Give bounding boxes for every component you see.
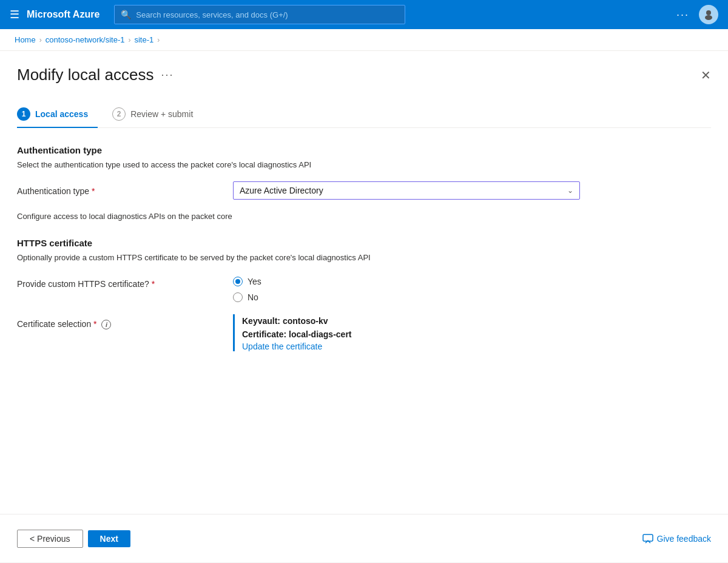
radio-no-label: No xyxy=(248,292,258,302)
breadcrumb-site[interactable]: site-1 xyxy=(134,35,153,44)
cert-keyvault-line: Keyvault: contoso-kv xyxy=(242,314,352,328)
previous-button[interactable]: < Previous xyxy=(17,530,83,548)
radio-no-circle xyxy=(233,292,243,302)
page-title-row: Modify local access ··· ✕ xyxy=(17,66,711,84)
search-icon: 🔍 xyxy=(121,10,131,19)
access-config-desc: Configure access to local diagnostics AP… xyxy=(17,212,711,221)
radio-yes-circle xyxy=(233,277,243,286)
auth-type-label: Authentication type * xyxy=(17,181,223,196)
cert-selection-row: Certificate selection * i Keyvault: cont… xyxy=(17,314,711,351)
cert-selection-required: * xyxy=(93,319,96,329)
bottom-bar: < Previous Next Give feedback xyxy=(0,514,728,562)
avatar[interactable] xyxy=(699,5,718,24)
radio-yes-label: Yes xyxy=(248,277,261,286)
auth-type-dropdown[interactable]: Azure Active Directory ⌄ xyxy=(233,181,580,200)
tab-review-submit[interactable]: 2 Review + submit xyxy=(112,101,203,128)
tabs: 1 Local access 2 Review + submit xyxy=(17,101,711,128)
page-title-dots[interactable]: ··· xyxy=(161,69,174,81)
svg-point-1 xyxy=(705,15,712,20)
tab-label-1: Local access xyxy=(35,109,88,119)
https-cert-radio-group: Yes No xyxy=(233,274,261,302)
auth-section-desc: Select the authentication type used to a… xyxy=(17,160,711,169)
breadcrumb-sep-2: › xyxy=(128,36,130,44)
tab-local-access[interactable]: 1 Local access xyxy=(17,101,98,128)
breadcrumb-home[interactable]: Home xyxy=(15,35,36,44)
page-title-left: Modify local access ··· xyxy=(17,66,174,84)
tab-number-2: 2 xyxy=(112,107,126,121)
app-logo: Microsoft Azure xyxy=(27,9,99,20)
tab-label-2: Review + submit xyxy=(130,109,193,119)
https-cert-required: * xyxy=(152,279,155,289)
cert-certificate-line: Certificate: local-diags-cert xyxy=(242,328,352,341)
feedback-icon xyxy=(642,533,653,544)
https-cert-row: Provide custom HTTPS certificate? * Yes … xyxy=(17,274,711,302)
cert-block: Keyvault: contoso-kv Certificate: local-… xyxy=(233,314,352,351)
search-bar[interactable]: 🔍 xyxy=(114,5,405,24)
https-cert-label: Provide custom HTTPS certificate? * xyxy=(17,274,223,289)
close-icon[interactable]: ✕ xyxy=(701,68,711,83)
auth-type-required: * xyxy=(92,186,95,196)
next-button[interactable]: Next xyxy=(88,530,130,547)
update-certificate-link[interactable]: Update the certificate xyxy=(242,342,322,351)
menu-icon[interactable]: ☰ xyxy=(10,8,19,21)
topbar-right: ··· xyxy=(676,5,718,24)
auth-section-title: Authentication type xyxy=(17,145,711,155)
main-content: Modify local access ··· ✕ 1 Local access… xyxy=(0,51,728,514)
search-input[interactable] xyxy=(136,10,399,19)
chevron-down-icon: ⌄ xyxy=(567,186,573,195)
feedback-label: Give feedback xyxy=(657,534,712,544)
breadcrumb-sep-1: › xyxy=(39,36,42,44)
breadcrumb-network[interactable]: contoso-network/site-1 xyxy=(46,35,125,44)
auth-type-row: Authentication type * Azure Active Direc… xyxy=(17,181,711,200)
give-feedback-button[interactable]: Give feedback xyxy=(642,533,712,544)
https-section-title: HTTPS certificate xyxy=(17,238,711,248)
tab-number-1: 1 xyxy=(17,107,30,121)
svg-point-0 xyxy=(706,10,711,15)
authentication-type-section: Authentication type Select the authentic… xyxy=(17,145,711,221)
radio-no[interactable]: No xyxy=(233,292,261,302)
breadcrumb-sep-3: › xyxy=(157,36,160,44)
https-section-desc: Optionally provide a custom HTTPS certif… xyxy=(17,253,711,262)
topbar-dots-icon[interactable]: ··· xyxy=(676,8,689,21)
page-title: Modify local access xyxy=(17,66,153,84)
topbar: ☰ Microsoft Azure 🔍 ··· xyxy=(0,0,728,29)
cert-selection-label: Certificate selection * i xyxy=(17,314,223,329)
radio-yes[interactable]: Yes xyxy=(233,277,261,286)
breadcrumb: Home › contoso-network/site-1 › site-1 › xyxy=(0,29,728,51)
https-certificate-section: HTTPS certificate Optionally provide a c… xyxy=(17,238,711,351)
auth-type-dropdown-value: Azure Active Directory xyxy=(240,186,323,195)
info-icon[interactable]: i xyxy=(101,320,111,329)
